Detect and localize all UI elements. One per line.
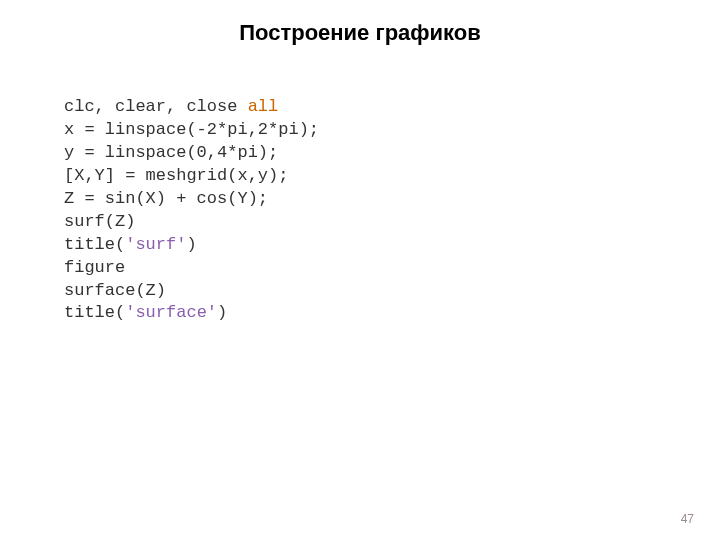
code-line: figure	[64, 257, 720, 280]
code-text: y = linspace(0,4*pi);	[64, 143, 278, 162]
code-line: y = linspace(0,4*pi);	[64, 142, 720, 165]
code-text: x = linspace(-2*pi,2*pi);	[64, 120, 319, 139]
code-text: figure	[64, 258, 125, 277]
code-text: surface(Z)	[64, 281, 166, 300]
page-number: 47	[681, 512, 694, 526]
code-line: surface(Z)	[64, 280, 720, 303]
code-line: surf(Z)	[64, 211, 720, 234]
code-text: [X,Y] = meshgrid(x,y);	[64, 166, 288, 185]
slide-title: Построение графиков	[0, 0, 720, 56]
code-text: title(	[64, 235, 125, 254]
code-line: title('surf')	[64, 234, 720, 257]
code-text: )	[186, 235, 196, 254]
code-block: clc, clear, close all x = linspace(-2*pi…	[64, 96, 720, 325]
string-literal: 'surf'	[125, 235, 186, 254]
code-text: Z = sin(X) + cos(Y);	[64, 189, 268, 208]
code-text: )	[217, 303, 227, 322]
keyword-all: all	[248, 97, 279, 116]
string-literal: 'surface'	[125, 303, 217, 322]
code-line: title('surface')	[64, 302, 720, 325]
code-text: title(	[64, 303, 125, 322]
code-line: Z = sin(X) + cos(Y);	[64, 188, 720, 211]
code-line: [X,Y] = meshgrid(x,y);	[64, 165, 720, 188]
code-line: clc, clear, close all	[64, 96, 720, 119]
code-line: x = linspace(-2*pi,2*pi);	[64, 119, 720, 142]
code-text: clc, clear, close	[64, 97, 248, 116]
code-text: surf(Z)	[64, 212, 135, 231]
